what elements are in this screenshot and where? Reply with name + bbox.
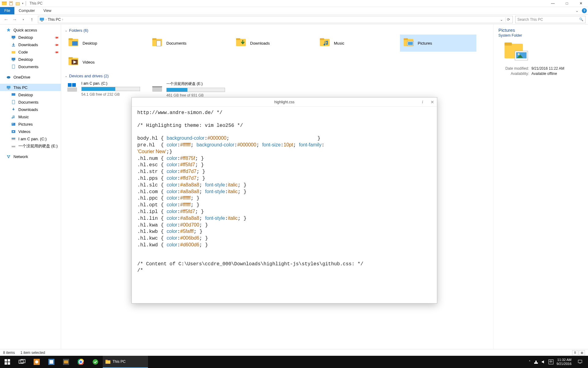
taskbar-app-5[interactable]	[88, 356, 103, 368]
sidebar-qa-desktop2[interactable]: Desktop	[0, 56, 61, 63]
network-icon	[6, 154, 11, 159]
search-icon[interactable]: 🔍	[579, 17, 583, 21]
svg-point-75	[80, 361, 82, 363]
minimize-button[interactable]: —	[546, 0, 560, 7]
sidebar-onedrive[interactable]: OneDrive	[0, 73, 61, 81]
svg-point-21	[13, 123, 13, 124]
folder-item[interactable]: Downloads	[232, 35, 309, 52]
folder-item[interactable]: Documents	[149, 35, 225, 52]
sidebar-qa-code[interactable]: Code📌	[0, 48, 61, 56]
svg-rect-78	[105, 360, 108, 361]
svg-rect-6	[41, 21, 43, 21]
folder-item[interactable]: Videos	[65, 53, 141, 71]
maximize-button[interactable]: □	[560, 0, 574, 7]
sidebar-pc-desktop[interactable]: Desktop	[0, 91, 61, 98]
svg-rect-1	[2, 2, 7, 2]
sidebar-item-label: Quick access	[13, 28, 37, 32]
nav-back-button[interactable]: ←	[2, 16, 10, 23]
details-thumbnail	[503, 41, 530, 62]
svg-rect-48	[67, 87, 77, 92]
svg-point-15	[7, 76, 10, 79]
nav-recent-dropdown[interactable]: ▾	[20, 16, 27, 23]
drive-item[interactable]: 一个没屁用的硬盘 (E:)461 GB free of 931 GB	[150, 80, 226, 99]
qat-dropdown-icon[interactable]: ▾	[22, 2, 24, 5]
sidebar-qa-downloads[interactable]: Downloads📌	[0, 41, 61, 48]
preview-info-button[interactable]: i	[419, 100, 426, 105]
sidebar-pc-downloads[interactable]: Downloads	[0, 106, 61, 113]
system-tray: ˄ 中 11:32 AM 9/21/2016	[526, 356, 588, 368]
close-button[interactable]: ✕	[574, 0, 588, 7]
taskview-button[interactable]	[15, 356, 29, 368]
breadcrumb-thispc[interactable]: This PC	[48, 17, 61, 22]
chevron-right-icon[interactable]: ›	[46, 18, 46, 21]
taskbar-app-2[interactable]	[44, 356, 59, 368]
seer-preview-window[interactable]: highlight.css i ✕ http://www.andre-simon…	[131, 97, 437, 304]
view-tiles-button[interactable]: ▦	[579, 350, 585, 355]
sidebar-qa-documents[interactable]: Documents	[0, 63, 61, 70]
start-button[interactable]	[0, 356, 15, 368]
sidebar-pc-documents[interactable]: Documents	[0, 98, 61, 106]
tab-file[interactable]: File	[0, 7, 14, 14]
taskbar-app-3[interactable]	[59, 356, 73, 368]
folder-label: Documents	[166, 41, 187, 46]
sidebar-thispc[interactable]: This PC	[0, 84, 61, 91]
folders-group-header[interactable]: ⌄ Folders (6)	[65, 28, 490, 33]
svg-rect-29	[8, 157, 9, 158]
help-button[interactable]: ?	[581, 7, 588, 14]
address-bar[interactable]: › This PC › ⌄ ⟳	[38, 16, 513, 23]
view-details-button[interactable]: ≣	[572, 350, 578, 355]
preview-titlebar[interactable]: highlight.css i ✕	[132, 98, 437, 107]
ribbon-expand-icon[interactable]: ⌄	[573, 7, 581, 14]
search-input[interactable]: Search This PC 🔍	[515, 16, 586, 23]
details-key: Availability:	[498, 72, 529, 76]
tray-notifications-icon[interactable]	[575, 359, 586, 364]
help-icon: ?	[582, 8, 587, 13]
explorer-app-icon	[2, 1, 7, 6]
tray-chevron-up-icon[interactable]: ˄	[529, 360, 531, 364]
tray-clock[interactable]: 11:32 AM 9/21/2016	[557, 358, 571, 366]
svg-marker-83	[579, 363, 581, 364]
qat-properties-icon[interactable]	[9, 1, 13, 6]
svg-rect-51	[152, 87, 162, 92]
taskbar-chrome[interactable]	[73, 356, 88, 368]
drive-free-text: 54.1 GB free of 232 GB	[81, 92, 140, 97]
sidebar-qa-desktop[interactable]: Desktop📌	[0, 34, 61, 41]
folder-item[interactable]: Desktop	[65, 35, 141, 52]
taskbar-app-1[interactable]	[29, 356, 44, 368]
tray-volume-icon[interactable]	[541, 360, 545, 364]
folder-item[interactable]: Music	[316, 35, 393, 52]
sidebar-pc-videos[interactable]: Videos	[0, 128, 61, 135]
preview-close-button[interactable]: ✕	[429, 100, 436, 105]
folder-icon	[319, 37, 331, 49]
sidebar-pc-drive-c[interactable]: I am C pan. (C:)	[0, 135, 61, 142]
sidebar-network[interactable]: Network	[0, 153, 61, 160]
folder-item[interactable]: Pictures	[400, 35, 476, 52]
sidebar-item-label: Documents	[18, 64, 39, 69]
sidebar-item-label: I am C pan. (C:)	[18, 137, 46, 141]
taskbar-explorer-active[interactable]: This PC	[103, 356, 148, 368]
nav-up-button[interactable]: ↑	[28, 16, 35, 23]
svg-rect-14	[12, 65, 15, 68]
refresh-button[interactable]: ⟳	[505, 17, 511, 22]
sidebar-item-label: Music	[18, 115, 29, 119]
sidebar-pc-music[interactable]: Music	[0, 113, 61, 120]
sidebar-pc-drive-e[interactable]: 一个没屁用的硬盘 (E:)	[0, 142, 61, 150]
tray-network-icon[interactable]	[534, 360, 538, 364]
nav-forward-button[interactable]: →	[11, 16, 18, 23]
address-history-dropdown[interactable]: ⌄	[499, 17, 504, 22]
svg-rect-49	[68, 83, 72, 87]
svg-rect-32	[72, 41, 78, 46]
folder-icon	[11, 50, 16, 54]
qat-new-folder-icon[interactable]	[15, 1, 20, 6]
tray-ime-icon[interactable]: 中	[549, 359, 553, 364]
drives-group-header[interactable]: ⌄ Devices and drives (2)	[65, 74, 490, 78]
status-selection-count: 1 item selected	[20, 351, 45, 355]
svg-rect-37	[236, 38, 240, 40]
sidebar-pc-pictures[interactable]: Pictures	[0, 120, 61, 128]
chevron-right-icon[interactable]: ›	[62, 18, 63, 21]
sidebar-item-label: Downloads	[18, 42, 38, 47]
tab-view[interactable]: View	[39, 7, 56, 14]
tab-computer[interactable]: Computer	[14, 7, 39, 14]
sidebar-quick-access[interactable]: Quick access	[0, 26, 61, 34]
drive-item[interactable]: I am C pan. (C:)54.1 GB free of 232 GB	[65, 80, 141, 99]
